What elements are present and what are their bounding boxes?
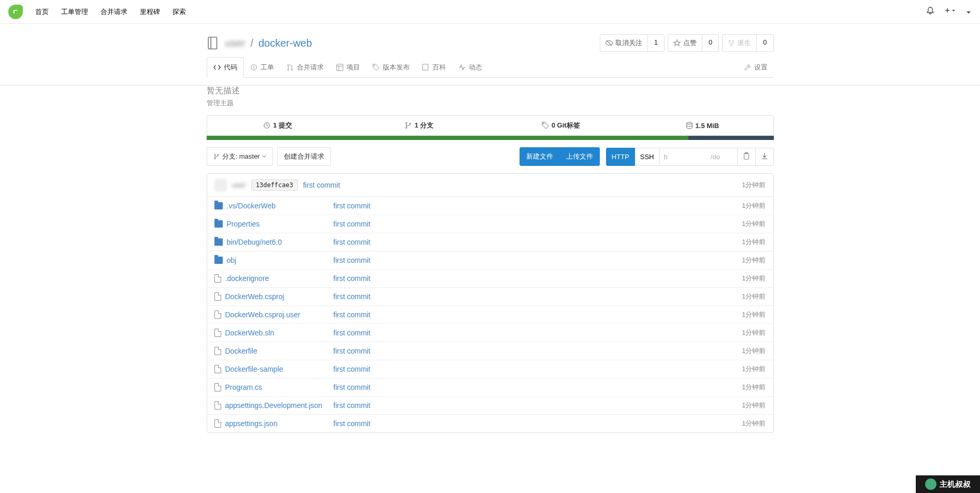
file-commit-link[interactable]: first commit: [334, 202, 371, 210]
manage-topics[interactable]: 管理主题: [207, 98, 774, 108]
file-link[interactable]: DockerWeb.sln: [225, 329, 275, 337]
upload-file-button[interactable]: 上传文件: [559, 147, 600, 166]
file-commit-link[interactable]: first commit: [334, 347, 371, 355]
commit-sha[interactable]: 13deffcae3: [251, 179, 298, 191]
tab-settings[interactable]: 设置: [738, 57, 774, 77]
nav-milestones[interactable]: 里程碑: [140, 7, 160, 17]
branch-dropdown[interactable]: 分支: master: [207, 147, 273, 166]
file-link[interactable]: DockerWeb.csproj: [225, 292, 284, 301]
file-commit-link[interactable]: first commit: [334, 311, 371, 319]
download-button[interactable]: [756, 148, 774, 166]
file-link[interactable]: Dockerfile-sample: [225, 365, 283, 373]
tools-icon: [744, 64, 751, 71]
clone-ssh-button[interactable]: SSH: [635, 148, 660, 166]
avatar[interactable]: [214, 179, 227, 191]
notifications-icon[interactable]: [926, 7, 934, 17]
file-time: 1分钟前: [742, 364, 766, 374]
file-commit-link[interactable]: first commit: [334, 274, 371, 283]
file-commit-link[interactable]: first commit: [334, 401, 371, 410]
file-link[interactable]: obj: [227, 256, 237, 264]
fork-button[interactable]: 派生: [722, 34, 757, 52]
code-icon: [213, 64, 221, 71]
unwatch-button[interactable]: 取消关注: [600, 34, 648, 52]
copy-url-button[interactable]: [738, 148, 756, 166]
tab-pulls[interactable]: 合并请求: [280, 57, 330, 77]
file-time: 1分钟前: [742, 419, 766, 428]
tab-wiki[interactable]: 百科: [416, 57, 452, 77]
tab-activity[interactable]: 动态: [452, 57, 488, 77]
file-link[interactable]: Program.cs: [225, 383, 263, 391]
fork-count[interactable]: 0: [757, 34, 773, 52]
file-commit-link[interactable]: first commit: [334, 292, 371, 301]
repo-description: 暂无描述: [207, 86, 774, 96]
user-dropdown[interactable]: [965, 8, 972, 16]
new-pr-button[interactable]: 创建合并请求: [277, 147, 331, 166]
star-count[interactable]: 0: [702, 34, 719, 52]
file-time: 1分钟前: [742, 292, 766, 301]
svg-point-22: [214, 158, 215, 159]
issue-icon: [250, 64, 257, 71]
nav-pulls[interactable]: 合并请求: [100, 7, 127, 17]
file-link[interactable]: Properties: [227, 220, 260, 228]
file-icon: [214, 401, 221, 410]
table-row: DockerWeb.csprojfirst commit1分钟前: [207, 288, 773, 306]
file-link[interactable]: DockerWeb.csproj.user: [225, 311, 300, 319]
commit-author[interactable]: user: [232, 181, 246, 189]
svg-point-3: [732, 40, 734, 41]
file-commit-link[interactable]: first commit: [334, 238, 371, 246]
tab-issues[interactable]: 工单: [244, 57, 280, 77]
stat-commits[interactable]: 1 提交: [207, 116, 349, 135]
new-file-button[interactable]: 新建文件: [520, 147, 560, 166]
repo-owner[interactable]: user: [225, 37, 246, 49]
nav-home[interactable]: 首页: [35, 7, 49, 17]
stat-branches[interactable]: 1 分支: [349, 116, 490, 135]
tab-releases[interactable]: 版本发布: [366, 57, 416, 77]
file-time: 1分钟前: [742, 201, 766, 210]
commit-message[interactable]: first commit: [303, 181, 340, 189]
repo-sep: /: [250, 37, 253, 49]
svg-rect-11: [336, 64, 342, 70]
star-button[interactable]: 点赞: [668, 34, 702, 52]
svg-point-16: [406, 122, 408, 124]
stat-size: 1.5 MiB: [631, 116, 773, 135]
file-link[interactable]: .vs/DockerWeb: [227, 202, 276, 210]
file-commit-link[interactable]: first commit: [334, 220, 371, 228]
file-icon: [214, 311, 221, 319]
file-commit-link[interactable]: first commit: [334, 329, 371, 337]
repo-tabs: 代码 工单 合并请求 项目 版本发布 百科 动态 设置: [207, 57, 774, 78]
file-commit-link[interactable]: first commit: [334, 365, 371, 373]
watch-count[interactable]: 1: [648, 34, 665, 52]
clone-url-input[interactable]: [660, 148, 738, 166]
repo-title: user / docker-web: [207, 36, 312, 50]
table-row: Propertiesfirst commit1分钟前: [207, 215, 773, 233]
svg-point-2: [729, 40, 730, 41]
file-link[interactable]: .dockerignore: [225, 274, 269, 283]
svg-point-10: [291, 69, 293, 71]
language-bar: [207, 136, 774, 140]
tab-projects[interactable]: 项目: [330, 57, 366, 77]
stat-tags[interactable]: 0 Git标签: [490, 116, 631, 135]
file-link[interactable]: bin/Debug/net6.0: [227, 238, 282, 246]
file-time: 1分钟前: [742, 383, 766, 392]
file-commit-link[interactable]: first commit: [334, 419, 371, 428]
file-time: 1分钟前: [742, 219, 766, 229]
nav-explore[interactable]: 探索: [172, 7, 186, 17]
repo-name[interactable]: docker-web: [258, 37, 312, 49]
file-link[interactable]: appsettings.json: [225, 419, 278, 428]
file-link[interactable]: appsettings.Development.json: [225, 401, 323, 410]
site-logo[interactable]: [8, 5, 23, 19]
nav-issues[interactable]: 工单管理: [61, 7, 88, 17]
create-dropdown[interactable]: [945, 7, 955, 16]
file-commit-link[interactable]: first commit: [334, 256, 371, 264]
clone-http-button[interactable]: HTTP: [606, 148, 635, 166]
project-icon: [336, 64, 343, 71]
svg-point-8: [287, 64, 289, 66]
table-row: bin/Debug/net6.0first commit1分钟前: [207, 233, 773, 251]
table-row: DockerWeb.csproj.userfirst commit1分钟前: [207, 306, 773, 324]
fork-icon: [728, 39, 735, 47]
file-icon: [214, 347, 221, 355]
star-icon: [673, 39, 681, 47]
file-link[interactable]: Dockerfile: [225, 347, 257, 355]
file-commit-link[interactable]: first commit: [334, 383, 371, 391]
tab-code[interactable]: 代码: [207, 57, 244, 78]
